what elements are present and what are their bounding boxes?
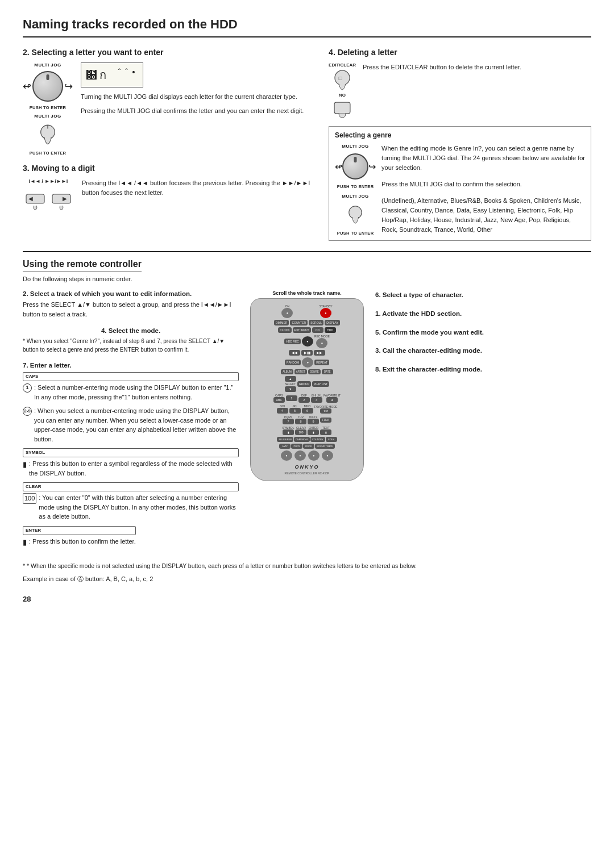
step4-asterisk: * When you select "Genre In?", instead o… (23, 337, 239, 354)
rc-clock-btn[interactable]: CLOCK (278, 327, 291, 333)
genre-push-label-2: PUSH TO ENTER (337, 231, 374, 236)
rc-center-btn[interactable]: ● (302, 357, 313, 368)
rc-soundtrack-btn[interactable]: SOUND TRACK (315, 444, 335, 449)
rc-bottom-1-btn[interactable]: ● (281, 450, 292, 461)
rc-playlist-btn[interactable]: PLAY LIST (312, 381, 329, 387)
rc-next-btn[interactable]: ▶▶ (314, 350, 325, 356)
rc-9-btn[interactable]: 9 (308, 419, 319, 424)
rc-jazz-btn[interactable]: JAZZ (279, 444, 291, 449)
enter-icon: ▮ (23, 537, 27, 548)
nav-buttons-label: I◄◄ / ►►/►►I (29, 178, 68, 184)
rc-counter-btn[interactable]: COUNTER (290, 320, 308, 326)
enter-item-clear: CLEAR 100 : You can enter "0" with this … (23, 482, 239, 521)
rc-bluesrnb-btn[interactable]: BLUES/R&B (277, 437, 293, 442)
rc-genre-btn[interactable]: GENRE (308, 369, 321, 374)
section4-title: 4. Deleting a letter (329, 48, 591, 57)
rc-scroll-btn[interactable]: SCROLL (309, 320, 323, 326)
example-text: Example in case of Ⓐ button: A, B, C, a,… (23, 575, 153, 582)
rc-hdd-rec-btn[interactable]: HDD REC (284, 339, 301, 344)
svg-text:◀: ◀ (28, 195, 33, 202)
step4-block: 4. Select the mode. * When you select "G… (23, 327, 239, 354)
genre-text1: When the editing mode is Genre In?, you … (381, 144, 585, 173)
rc-country-btn[interactable]: COUNTRY (310, 437, 325, 442)
rc-1-btn[interactable]: 1 (286, 395, 297, 401)
rc-6-btn[interactable]: 6 (302, 408, 313, 414)
clear-0-icon: 100 (23, 493, 36, 504)
step6-title: 6. Select a type of character. (375, 290, 591, 301)
rc-8-btn[interactable]: 8 (295, 419, 306, 424)
rc-on-btn[interactable]: ● (281, 308, 293, 318)
genre-knob-1[interactable] (342, 153, 368, 180)
rc-7-btn[interactable]: 7 (283, 419, 294, 424)
rc-rec-btn[interactable]: ● (302, 336, 313, 347)
step2-title: 2. Select a track of which you want to e… (23, 290, 239, 297)
circle-num-2-9: 2-9 (23, 407, 32, 416)
enter-item-2-9: 2-9 : When you select a number-entering … (23, 406, 239, 444)
genre-left-arrows: ↫ (335, 161, 342, 172)
step1-block: 1. Activate the HDD section. (375, 309, 591, 322)
rc-select-down-btn[interactable]: ▼ (285, 386, 296, 392)
enter-item-enter: ENTER ▮ : Press this button to confirm t… (23, 526, 239, 548)
onkyo-logo: ONKYO (294, 464, 319, 470)
rc-3-btn[interactable]: 3 (311, 397, 322, 403)
rc-select-up-btn[interactable]: ▲ (285, 376, 296, 382)
rc-classical-btn[interactable]: CLASSICAL (294, 437, 310, 442)
remote-section-title: Using the remote controller (23, 259, 142, 272)
rc-album-btn[interactable]: ALBUM (281, 369, 293, 374)
remote-controller: ON ● STANDBY ● DIMMER COUNTER (250, 298, 364, 481)
rc-text-btn[interactable]: ▮ (320, 429, 331, 435)
rc-artist-btn[interactable]: ARTIST (294, 369, 307, 374)
prev-digit-icon: ◀ (24, 187, 47, 210)
rc-rock-btn[interactable]: ROCK (303, 444, 314, 449)
character-display: ฀ก ˆˆ• (81, 62, 143, 87)
right-arrows-1: ↪ (64, 80, 73, 93)
svg-point-9 (349, 206, 362, 219)
step7-title: 7. Enter a letter. (23, 362, 239, 369)
genre-right-arrows: ↪ (368, 161, 376, 172)
rc-group-btn[interactable]: GROUP (297, 381, 311, 387)
genre-push-label-1: PUSH TO ENTER (337, 184, 374, 189)
rc-enter-btn[interactable]: ▮ (308, 429, 319, 435)
edit-clear-icon-svg: ☐ (330, 68, 355, 93)
rc-4-btn[interactable]: 4 (277, 408, 288, 414)
rc-standby-btn[interactable]: ● (320, 308, 331, 318)
rc-bottom-4-btn[interactable]: ● (322, 450, 333, 461)
rc-date-btn[interactable]: DATE (322, 369, 333, 374)
rc-fav-mode-btn[interactable]: ★★ (320, 408, 331, 414)
rc-prev-btn[interactable]: ◀◀ (289, 350, 300, 356)
rc-caps-btn[interactable]: ABC (273, 397, 285, 403)
rc-bottom-2-btn[interactable]: ● (294, 450, 306, 461)
rc-rec-mode-btn[interactable]: ● (316, 338, 327, 348)
rc-ext-input-btn[interactable]: EXT INPUT (293, 327, 311, 333)
svg-text:☐: ☐ (338, 76, 342, 81)
rc-repeat-btn[interactable]: REPEAT (314, 360, 329, 365)
rc-symbol-btn[interactable]: ▮ (283, 429, 294, 435)
rc-display-btn[interactable]: DISPLAY (325, 320, 340, 326)
step2-text: Press the SELECT ▲/▼ button to select a … (23, 300, 239, 319)
step5-block: 5. Confirm the mode you want edit. (375, 328, 591, 341)
step5-title: 5. Confirm the mode you want edit. (375, 328, 591, 338)
rc-cd-btn[interactable]: CD (312, 327, 323, 333)
rc-fav-btn[interactable]: ★ (326, 397, 338, 403)
rc-2-btn[interactable]: 2 (298, 397, 310, 403)
rc-pops-btn[interactable]: POPS (291, 444, 302, 449)
rc-folk2-btn[interactable]: FOLK (326, 437, 337, 442)
rc-random-btn[interactable]: RANDOM (285, 360, 301, 365)
svg-point-6 (335, 70, 350, 85)
rc-clear-btn[interactable]: 100 (295, 429, 306, 435)
rc-hdd-btn[interactable]: HDD (325, 327, 336, 333)
rc-play-pause-btn[interactable]: ▶▮▮ (301, 350, 313, 356)
bottom-note-text: * When the specific mode is not selected… (27, 562, 417, 569)
multi-jog-knob-1[interactable] (32, 71, 63, 102)
section4-text: Press the EDIT/CLEAR button to delete th… (363, 62, 591, 72)
genre-box-title: Selecting a genre (335, 131, 585, 139)
rc-5-btn[interactable]: 5 (289, 408, 301, 414)
rc-bottom-3-btn[interactable]: ● (308, 450, 320, 461)
symbol-icon: ▮ (23, 459, 27, 470)
step8-title: 8. Exit the character-editing mode. (375, 365, 591, 375)
genre-push-icon (344, 203, 367, 226)
rc-dimmer-btn[interactable]: DIMMER (274, 320, 289, 326)
example-line: Example in case of Ⓐ button: A, B, C, a,… (23, 575, 591, 583)
multi-jog-label-1: MULTI JOG (34, 62, 61, 68)
rc-folk-btn[interactable]: FOLK (320, 418, 331, 423)
